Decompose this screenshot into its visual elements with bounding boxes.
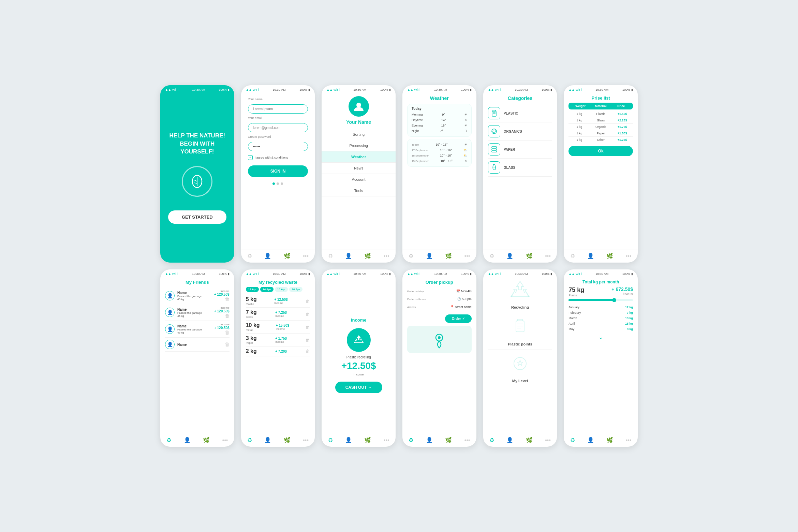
category-paper[interactable]: PAPER [488,141,552,159]
nav-recycle-7[interactable]: ♻ [166,437,171,443]
tab-13apr[interactable]: 13 Apr [246,287,259,292]
time-2: 10:30 AM [273,88,286,91]
get-started-body: HELP THE NATURE! BEGIN WITH YOURSELF! GE… [160,93,234,263]
nav-person-10[interactable]: 👤 [426,437,433,443]
nav-person-7[interactable]: 👤 [184,437,191,443]
trash-1[interactable]: 🗑 [305,298,310,304]
nav-more-10[interactable]: ••• [464,437,470,443]
tab-15apr[interactable]: 15 Apr [275,287,288,292]
dot-1 [272,182,275,185]
nav-person-4[interactable]: 👤 [426,253,433,259]
nav-more-5[interactable]: ••• [545,253,551,259]
menu-account[interactable]: Account [322,174,396,185]
nav-leaf-9[interactable]: 🌿 [364,437,371,443]
menu-tools[interactable]: Tools [322,185,396,196]
nav-more-3[interactable]: ••• [384,253,389,259]
nav-leaf-11[interactable]: 🌿 [526,437,533,443]
nav-recycle-9[interactable]: ♻ [328,437,333,443]
trash-2[interactable]: 🗑 [305,311,310,317]
nav-recycle-5[interactable]: ♻ [489,253,494,259]
nav-more-12[interactable]: ••• [626,437,632,443]
nav-recycle-3[interactable]: ♻ [328,253,333,259]
nav-leaf-icon[interactable]: 🌿 [284,253,291,259]
password-input[interactable] [248,142,308,151]
trash-3[interactable]: 🗑 [305,324,310,330]
menu-weather[interactable]: Weather [322,151,396,163]
nav-person-11[interactable]: 👤 [506,437,513,443]
friend-kg-2: Passed the garbage [177,311,202,314]
nav-leaf-12[interactable]: 🌿 [606,437,613,443]
nav-more-4[interactable]: ••• [464,253,470,259]
friend-income-2: + 120.50$ [214,309,230,313]
nav-more-9[interactable]: ••• [384,437,389,443]
nav-recycle-12[interactable]: ♻ [570,437,575,443]
nav-person-3[interactable]: 👤 [345,253,352,259]
delete-friend-3[interactable]: 🗑 [214,330,230,335]
tab-14apr[interactable]: 14 Apr [260,287,274,292]
delete-friend-2[interactable]: 🗑 [214,313,230,319]
leaf-circle [182,166,212,197]
get-started-button[interactable]: GET STARTED [168,210,226,224]
sign-in-button[interactable]: SIGN IN [248,165,308,177]
month-january: January 12 kg [568,305,633,310]
trash-4[interactable]: 🗑 [305,337,310,343]
nav-recycle-6[interactable]: ♻ [570,253,575,259]
app-grid: ▲▲ WiFi 10:30 AM 100% ▮ HELP THE NATURE!… [160,85,638,447]
agree-checkbox[interactable]: ✓ [248,155,253,160]
nav-leaf-5[interactable]: 🌿 [526,253,533,259]
nav-recycle-8[interactable]: ♻ [247,437,252,443]
today-card: Today Morning 9° ☀ Daytime 14° ☀ Evening… [407,104,472,137]
time-12: 10:30 AM [595,272,608,276]
nav-bar-2: ♻ 👤 🌿 ••• [241,250,315,263]
nav-recycle-icon[interactable]: ♻ [247,253,252,259]
divider-2 [488,350,552,350]
email-input[interactable] [248,123,308,132]
menu-news[interactable]: News [322,163,396,174]
order-button[interactable]: Order ✓ [445,314,472,323]
time-10: 10:30 AM [434,272,447,276]
name-input[interactable] [248,104,308,114]
nav-person-5[interactable]: 👤 [506,253,513,259]
menu-processing[interactable]: Processing [322,140,396,151]
cash-out-button[interactable]: CASH OUT → [335,382,382,393]
svg-line-3 [194,183,197,183]
status-bar-10: ▲▲ WiFi 10:30 AM 100% ▮ [402,269,476,277]
nav-person-9[interactable]: 👤 [345,437,352,443]
expand-button[interactable]: ⌄ [568,334,633,340]
nav-more-8[interactable]: ••• [303,437,309,443]
nav-leaf-3[interactable]: 🌿 [364,253,371,259]
nav-leaf-10[interactable]: 🌿 [445,437,452,443]
category-plastic[interactable]: PLASTIC [488,104,552,122]
avatar-icon [353,100,365,113]
nav-leaf-8[interactable]: 🌿 [284,437,291,443]
nav-bar-12: ♻ 👤 🌿 ••• [564,434,638,447]
nav-leaf-7[interactable]: 🌿 [203,437,210,443]
category-organics[interactable]: ORGANICS [488,122,552,141]
nav-more-6[interactable]: ••• [626,253,632,259]
nav-more-11[interactable]: ••• [545,437,551,443]
nav-more-icon[interactable]: ••• [303,253,309,259]
nav-leaf-6[interactable]: 🌿 [606,253,613,259]
nav-bar-4: ♻ 👤 🌿 ••• [402,250,476,263]
delete-friend-4[interactable]: 🗑 [225,342,230,347]
nav-more-7[interactable]: ••• [222,437,228,443]
nav-recycle-11[interactable]: ♻ [489,437,494,443]
trash-5[interactable]: 🗑 [305,349,310,354]
friend-name-3: Name [177,324,202,328]
nav-leaf-4[interactable]: 🌿 [445,253,452,259]
menu-sorting[interactable]: Sorting [322,129,396,140]
nav-person-icon[interactable]: 👤 [264,253,271,259]
nav-person-8[interactable]: 👤 [264,437,271,443]
nav-person-12[interactable]: 👤 [587,437,594,443]
nav-recycle-4[interactable]: ♻ [409,253,413,259]
nav-bar-10: ♻ 👤 🌿 ••• [402,434,476,447]
nav-person-6[interactable]: 👤 [587,253,594,259]
category-glass[interactable]: GLASS [488,159,552,177]
friend-passed-3: 45 kg [177,331,202,334]
nav-recycle-10[interactable]: ♻ [409,437,413,443]
moon-icon: ☽ [464,129,467,133]
tab-16apr[interactable]: 16 Apr [289,287,302,292]
delete-friend-1[interactable]: 🗑 [214,296,230,302]
plastic-label: PLASTIC [504,112,518,115]
ok-button[interactable]: Ok [568,146,633,156]
